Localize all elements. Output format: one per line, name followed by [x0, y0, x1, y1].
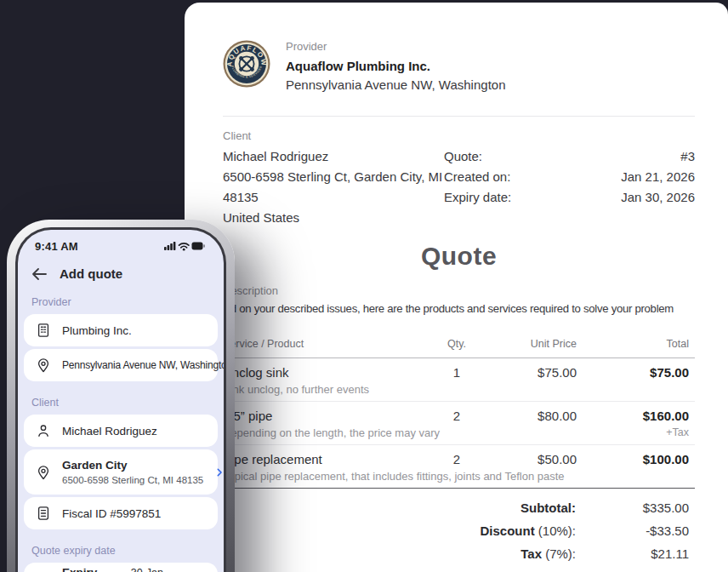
item-unit-price: $80.00	[512, 409, 577, 423]
table-header: Service / Product Qty. Unit Price Total	[223, 338, 695, 358]
item-unit-price: $75.00	[512, 365, 577, 380]
table-row: Pipe replacement 2 $50.00 $100.00 Typica…	[223, 445, 695, 488]
phone-bezel: 9:41 AM	[15, 227, 226, 572]
item-tax-note: +Tax	[577, 426, 689, 439]
tax-label: Tax	[520, 546, 542, 561]
discount-value: -$33.50	[576, 519, 689, 542]
quote-meta: Quote: #3 Created on: Jan 21, 2026 Expir…	[444, 146, 695, 228]
provider-section-label: Provider	[18, 296, 224, 308]
phone-screen: 9:41 AM	[18, 230, 224, 572]
page-title: Add quote	[60, 266, 122, 281]
app-header: Add quote	[18, 255, 224, 281]
status-bar: 9:41 AM	[18, 237, 224, 255]
status-time: 9:41 AM	[35, 240, 78, 253]
phone-mockup: 9:41 AM	[7, 220, 235, 572]
expiry-field-label: Expiry date	[62, 566, 121, 572]
provider-company-row[interactable]: Plumbing Inc.	[24, 314, 218, 346]
provider-company-value: Plumbing Inc.	[62, 324, 132, 337]
fiscal-id-row[interactable]: Fiscal ID #5997851	[24, 497, 218, 529]
item-qty: 2	[401, 452, 512, 466]
quote-number-value: #3	[680, 146, 695, 167]
created-on-value: Jan 21, 2026	[621, 167, 695, 187]
item-description: Typical pipe replacement, that includes …	[223, 470, 577, 483]
totals-section: Subtotal: $335.00 Discount (10%): -$33.5…	[223, 496, 695, 572]
discount-label: Discount	[480, 523, 534, 538]
item-tax-note	[577, 470, 689, 483]
provider-name: Aquaflow Plumbing Inc.	[286, 57, 506, 76]
expiry-date-row[interactable]: Expiry date 30-Jan-2026	[24, 563, 218, 572]
tax-value: $21.11	[576, 542, 689, 565]
subtotal-label: Subtotal	[520, 500, 572, 515]
col-unit-price: Unit Price	[512, 338, 577, 350]
company-icon	[35, 322, 52, 339]
fiscal-id-value: Fiscal ID #5997851	[62, 507, 161, 520]
expiry-date-label: Expiry date:	[444, 187, 511, 208]
item-total: $75.00	[577, 365, 689, 380]
back-arrow-icon[interactable]	[31, 268, 47, 280]
description-label: Description	[223, 284, 695, 297]
created-on-label: Created on:	[444, 167, 510, 187]
client-name-row[interactable]: Michael Rodriguez	[24, 415, 218, 447]
battery-icon	[192, 243, 205, 250]
provider-section: AQUAFLOW PLUMBING & SERVICES Provider Aq…	[223, 40, 695, 94]
col-total: Total	[577, 338, 689, 350]
provider-address-row[interactable]: Pennsylvania Avenue NW, Washington	[24, 349, 218, 381]
client-city-value: Garden City	[62, 459, 203, 472]
status-icons	[164, 241, 205, 251]
expiry-date-value: Jan 30, 2026	[621, 187, 695, 208]
quote-number-label: Quote:	[444, 146, 482, 167]
wifi-icon	[179, 243, 189, 248]
item-unit-price: $50.00	[512, 452, 577, 466]
item-description: Sink unclog, no further events	[223, 383, 577, 396]
signal-icon	[164, 242, 175, 250]
client-address-value: 6500-6598 Sterling Ct, MI 48135	[62, 474, 203, 486]
item-total: $100.00	[577, 452, 689, 466]
description-section: Description Based on your described issu…	[223, 284, 695, 317]
expiry-field-value: 30-Jan-2026	[131, 567, 187, 572]
item-total: $160.00	[577, 409, 689, 423]
document-title: Quote	[223, 242, 695, 271]
client-address-line2: United States	[223, 208, 444, 228]
provider-logo: AQUAFLOW PLUMBING & SERVICES	[223, 40, 270, 88]
provider-label: Provider	[286, 40, 506, 53]
item-name: Unclog sink	[223, 365, 401, 380]
item-name: 1.5” pipe	[223, 409, 401, 423]
table-row: Unclog sink 1 $75.00 $75.00 Sink unclog,…	[223, 358, 695, 402]
provider-divider	[223, 116, 695, 117]
client-section-label: Client	[18, 397, 224, 409]
location-icon	[35, 357, 52, 374]
item-qty: 2	[401, 409, 512, 423]
fiscal-id-icon	[35, 505, 52, 522]
description-text: Based on your described issues, here are…	[206, 300, 695, 317]
location-icon	[35, 464, 52, 481]
item-tax-note	[577, 383, 689, 396]
expiry-section-label: Quote expiry date	[18, 545, 224, 557]
col-product: Service / Product	[223, 338, 401, 350]
provider-address: Pennsylvania Avenue NW, Washington	[286, 76, 506, 94]
client-name: Michael Rodriguez	[223, 146, 444, 167]
item-name: Pipe replacement	[223, 452, 401, 466]
client-label: Client	[223, 129, 444, 142]
item-qty: 1	[401, 365, 512, 380]
provider-address-value: Pennsylvania Avenue NW, Washington	[62, 359, 224, 371]
item-description: Depending on the length, the price may v…	[223, 426, 577, 439]
quote-document: AQUAFLOW PLUMBING & SERVICES Provider Aq…	[185, 3, 728, 572]
client-section: Client Michael Rodriguez 6500-6598 Sterl…	[223, 129, 444, 228]
chevron-right-icon	[213, 466, 224, 478]
col-qty: Qty.	[401, 338, 512, 350]
client-address-row[interactable]: Garden City 6500-6598 Sterling Ct, MI 48…	[24, 449, 218, 495]
person-icon	[35, 422, 52, 439]
items-table: Service / Product Qty. Unit Price Total …	[223, 338, 695, 489]
tax-suffix: (7%):	[542, 546, 576, 561]
client-address-line1: 6500-6598 Sterling Ct, Garden City, MI 4…	[223, 167, 444, 208]
screenshot-stage: AQUAFLOW PLUMBING & SERVICES Provider Aq…	[0, 0, 728, 572]
table-row: 1.5” pipe 2 $80.00 $160.00 Depending on …	[223, 402, 695, 445]
discount-suffix: (10%):	[535, 523, 576, 538]
client-name-value: Michael Rodriguez	[62, 425, 157, 438]
subtotal-value: $335.00	[576, 496, 689, 519]
